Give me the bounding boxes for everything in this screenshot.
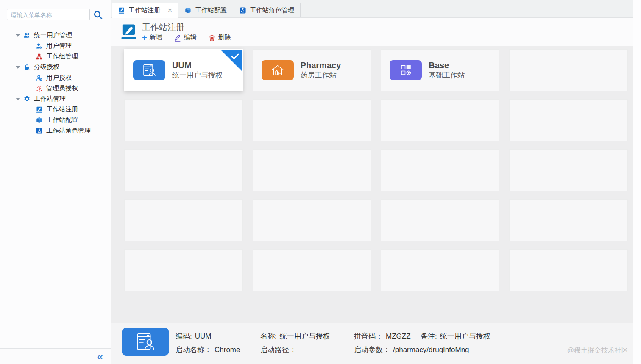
tab-workstation-register[interactable]: 工作站注册 × — [112, 3, 178, 18]
detail-panel: 编码:UUM 名称:统一用户与授权 拼音码：MZGZZ 备注:统一用户与授权 启… — [111, 323, 641, 364]
cube-icon — [184, 7, 192, 14]
workstation-card-base[interactable]: Base 基础工作站 — [381, 49, 499, 91]
workstation-card-uum[interactable]: UUM 统一用户与授权 — [124, 49, 243, 91]
field-name: 名称:统一用户与授权 — [260, 331, 330, 341]
toolbar: + 新增 编辑 删除 — [142, 33, 231, 42]
empty-card — [509, 99, 628, 141]
search-icon[interactable] — [93, 10, 103, 20]
tab-label: 工作站配置 — [195, 6, 227, 14]
field-value: MZGZZ — [386, 332, 411, 340]
field-remark: 备注:统一用户与授权 — [421, 331, 491, 341]
field-value: 统一用户与授权 — [440, 332, 491, 340]
field-label: 编码: — [176, 332, 192, 340]
page-title: 工作站注册 — [142, 22, 231, 33]
plus-icon: + — [142, 34, 147, 41]
tree-node-workgroup-mgmt[interactable]: 工作组管理 — [0, 51, 111, 62]
field-label: 拼音码： — [354, 332, 383, 340]
collapse-sidebar-icon[interactable]: « — [97, 350, 103, 363]
card-name: 基础工作站 — [429, 71, 465, 80]
menu-tree: 统一用户管理 用户管理 工作组管理 分级授权 — [0, 30, 111, 136]
register-pad-icon — [120, 23, 137, 40]
tree-node-workstation-register[interactable]: 工作站注册 — [0, 104, 111, 115]
search-input[interactable] — [7, 9, 90, 20]
edit-button[interactable]: 编辑 — [174, 33, 197, 42]
page-header: 工作站注册 + 新增 编辑 — [111, 18, 641, 46]
tree-node-workstation-role-mgmt[interactable]: 工作站角色管理 — [0, 125, 111, 136]
user-check-icon — [36, 74, 43, 81]
card-code: Base — [429, 60, 465, 71]
trash-icon — [208, 34, 216, 42]
main-area: 工作站注册 × 工作站配置 工作站角色管理 工作站注册 — [111, 0, 641, 364]
tree-label: 工作站注册 — [46, 106, 78, 114]
delete-button-label: 删除 — [218, 33, 231, 42]
tab-bar: 工作站注册 × 工作站配置 工作站角色管理 — [111, 0, 641, 18]
caret-down-icon[interactable] — [16, 98, 20, 100]
field-label: 启动路径： — [260, 346, 296, 354]
pencil-icon — [174, 34, 181, 42]
modules-gear-icon — [390, 60, 422, 80]
edit-button-label: 编辑 — [184, 33, 197, 42]
empty-card — [124, 149, 243, 191]
tree-label: 工作组管理 — [46, 53, 78, 61]
tab-label: 工作站角色管理 — [250, 6, 294, 14]
field-label: 名称: — [260, 332, 277, 340]
close-tab-icon[interactable]: × — [168, 7, 172, 14]
add-button[interactable]: + 新增 — [142, 33, 162, 42]
field-launch-params: 启动参数：/pharmacy/drugInfoMng — [354, 345, 498, 355]
tree-node-user-auth[interactable]: 用户授权 — [0, 72, 111, 83]
tab-workstation-config[interactable]: 工作站配置 — [178, 3, 233, 17]
field-pinyin-code: 拼音码：MZGZZ — [354, 331, 411, 341]
tree-node-workstation-config[interactable]: 工作站配置 — [0, 115, 111, 125]
tree-label: 用户授权 — [46, 74, 72, 82]
tab-workstation-role-mgmt[interactable]: 工作站角色管理 — [233, 3, 301, 17]
field-value: 统一用户与授权 — [280, 332, 330, 340]
lock-gear-icon — [23, 64, 31, 71]
caret-down-icon[interactable] — [16, 66, 20, 69]
empty-card — [253, 99, 371, 141]
tree-node-admin-auth[interactable]: 管理员授权 — [0, 83, 111, 94]
tree-node-tiered-auth[interactable]: 分级授权 — [0, 62, 111, 72]
scrollbar-track[interactable] — [633, 0, 641, 364]
field-value: UUM — [195, 332, 212, 340]
card-code: Pharmacy — [301, 60, 341, 71]
card-name: 统一用户与授权 — [172, 71, 223, 80]
field-launch-name: 启动名称：Chrome — [176, 345, 240, 355]
pharmacy-store-icon — [262, 60, 294, 80]
header-text: 工作站注册 + 新增 编辑 — [142, 22, 231, 42]
workstation-list: UUM 统一用户与授权 Pharmacy — [111, 46, 641, 323]
tree-label: 工作站管理 — [34, 95, 66, 103]
empty-card — [509, 149, 628, 191]
sidebar: 统一用户管理 用户管理 工作组管理 分级授权 — [0, 0, 111, 364]
tree-label: 统一用户管理 — [34, 31, 72, 39]
tree-label: 分级授权 — [34, 63, 59, 71]
empty-card — [509, 49, 628, 91]
gear-icon — [23, 95, 31, 103]
delete-button[interactable]: 删除 — [208, 33, 231, 42]
tree-node-workstation-mgmt[interactable]: 工作站管理 — [0, 94, 111, 104]
empty-card — [509, 249, 628, 291]
workstation-card-pharmacy[interactable]: Pharmacy 药房工作站 — [253, 49, 371, 91]
card-code: UUM — [172, 60, 223, 71]
register-pad-icon — [36, 106, 43, 113]
card-text: Pharmacy 药房工作站 — [301, 60, 341, 80]
caret-down-icon[interactable] — [16, 34, 20, 37]
window-person-icon — [122, 328, 169, 356]
flask-badge-icon — [239, 7, 246, 14]
empty-card — [381, 99, 499, 141]
tree-node-unified-user-mgmt[interactable]: 统一用户管理 — [0, 30, 111, 41]
empty-card — [509, 199, 628, 241]
field-value: Chrome — [215, 346, 240, 354]
empty-card — [124, 249, 243, 291]
tree-label: 管理员授权 — [46, 84, 78, 92]
empty-card — [124, 99, 243, 141]
field-launch-path: 启动路径： — [260, 345, 299, 355]
empty-card — [253, 199, 371, 241]
users-group-icon — [23, 32, 31, 39]
field-label: 启动名称： — [176, 346, 212, 354]
card-name: 药房工作站 — [301, 71, 341, 80]
tree-label: 工作站配置 — [46, 116, 78, 124]
tree-node-user-mgmt[interactable]: 用户管理 — [0, 41, 111, 51]
window-person-icon — [133, 60, 165, 80]
cube-icon — [36, 117, 43, 124]
card-grid: UUM 统一用户与授权 Pharmacy — [124, 49, 628, 291]
